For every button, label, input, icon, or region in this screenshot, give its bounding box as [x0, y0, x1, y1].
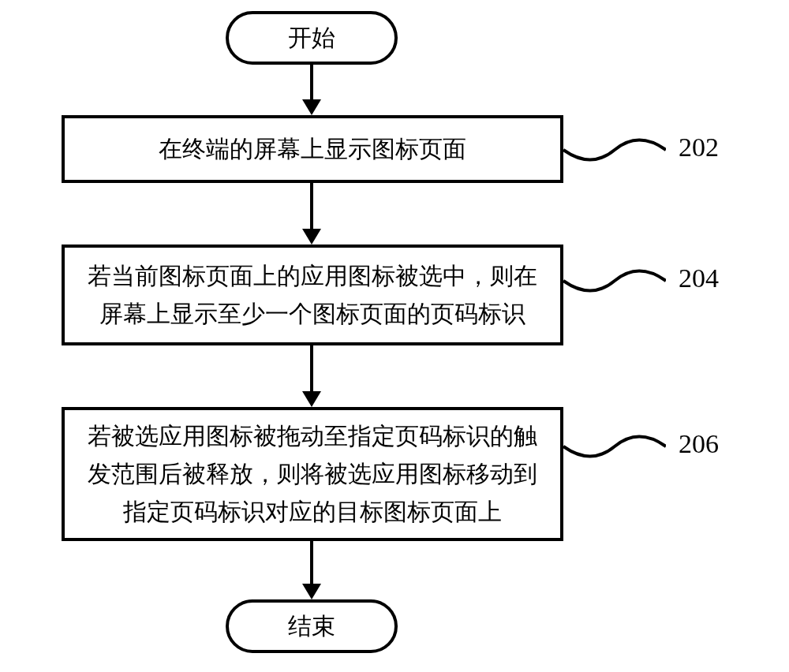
arrow-202-to-204	[310, 183, 313, 230]
process-step-206: 若被选应用图标被拖动至指定页码标识的触发范围后被释放，则将被选应用图标移动到指定…	[62, 407, 563, 541]
start-node: 开始	[226, 11, 398, 65]
arrow-head-icon	[302, 584, 321, 599]
arrow-head-icon	[302, 229, 321, 245]
step-id-label: 206	[679, 429, 719, 459]
callout-line-icon	[563, 257, 666, 304]
callout-line-icon	[563, 423, 666, 470]
arrow-204-to-206	[310, 345, 313, 393]
end-node: 结束	[226, 599, 398, 653]
step-id-label: 204	[679, 263, 719, 293]
end-label: 结束	[288, 610, 335, 643]
arrow-206-to-end	[310, 541, 313, 585]
process-step-202: 在终端的屏幕上显示图标页面	[62, 115, 563, 183]
process-text: 若当前图标页面上的应用图标被选中，则在屏幕上显示至少一个图标页面的页码标识	[80, 257, 544, 333]
start-label: 开始	[288, 22, 335, 54]
process-step-204: 若当前图标页面上的应用图标被选中，则在屏幕上显示至少一个图标页面的页码标识	[62, 245, 563, 345]
step-id-label: 202	[679, 133, 719, 162]
callout-line-icon	[563, 126, 666, 174]
process-text: 若被选应用图标被拖动至指定页码标识的触发范围后被释放，则将被选应用图标移动到指定…	[80, 417, 544, 531]
process-text: 在终端的屏幕上显示图标页面	[159, 130, 466, 168]
arrow-head-icon	[302, 391, 321, 407]
arrow-start-to-202	[310, 65, 313, 101]
arrow-head-icon	[302, 99, 321, 115]
